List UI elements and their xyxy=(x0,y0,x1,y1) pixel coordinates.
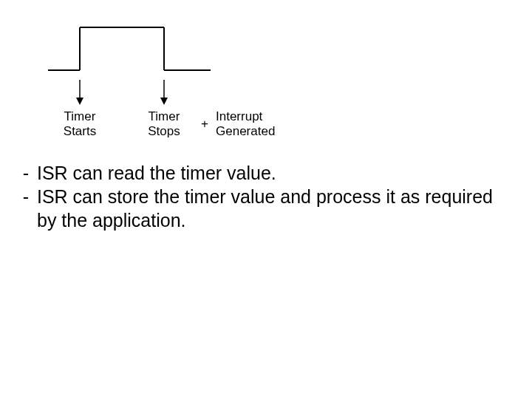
list-item: - ISR can read the timer value. xyxy=(15,161,514,185)
arrow-timer-stops xyxy=(160,80,168,105)
text: Generated xyxy=(216,124,297,139)
text: Timer xyxy=(50,109,109,124)
label-timer-stops: Timer Stops xyxy=(134,109,194,139)
label-plus: + xyxy=(194,117,216,132)
arrow-timer-starts xyxy=(76,80,83,105)
bullet-text: ISR can store the timer value and proces… xyxy=(37,185,514,232)
waveform-labels: Timer Starts Timer Stops + Interrupt Gen… xyxy=(50,109,297,139)
text: Interrupt xyxy=(216,109,297,124)
label-timer-starts: Timer Starts xyxy=(50,109,109,139)
bullet-dash: - xyxy=(15,185,37,232)
label-interrupt-generated: Interrupt Generated xyxy=(216,109,297,139)
bullet-list: - ISR can read the timer value. - ISR ca… xyxy=(15,161,514,232)
text: Starts xyxy=(50,124,109,139)
svg-marker-6 xyxy=(76,98,83,105)
text: Stops xyxy=(134,124,194,139)
list-item: - ISR can store the timer value and proc… xyxy=(15,185,514,232)
bullet-dash: - xyxy=(15,161,37,185)
slide: Timer Starts Timer Stops + Interrupt Gen… xyxy=(0,0,532,399)
text: Timer xyxy=(134,109,194,124)
bullet-text: ISR can read the timer value. xyxy=(37,161,514,185)
svg-marker-8 xyxy=(160,98,168,105)
